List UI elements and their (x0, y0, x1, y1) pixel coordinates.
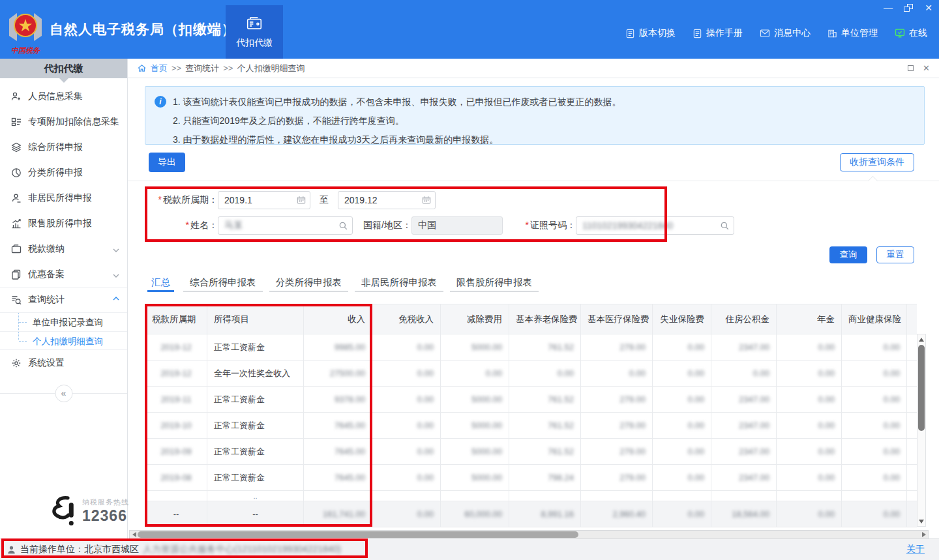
restore-button[interactable] (904, 4, 913, 12)
table-row[interactable]: 2019-12全年一次性奖金收入27500.000.000.000.000.00… (145, 361, 917, 387)
table-row-partial: .. (145, 491, 917, 501)
notice-box: i 1. 该查询统计表仅能查询已申报成功的数据，不包含未申报、申报失败，已申报但… (145, 86, 925, 145)
period-from-input[interactable]: 2019.1 (218, 191, 310, 209)
name-label: *姓名： (145, 220, 218, 231)
search-icon[interactable] (338, 221, 348, 231)
amount-value-redacted: 761.52 (548, 342, 574, 352)
about-link[interactable]: 关于 (906, 544, 925, 555)
cell-period: 2019-12 (145, 361, 207, 387)
cell-amount (907, 361, 917, 387)
cell-amount: 0.00 (372, 465, 441, 491)
minimize-button[interactable]: — (883, 3, 893, 13)
online-icon (895, 28, 905, 38)
breadcrumb-home[interactable]: 首页 (151, 63, 168, 74)
cell-amount: 0.00 (777, 361, 842, 387)
cell-amount: 0.00 (777, 465, 842, 491)
sidebar-item-tax-payment[interactable]: 税款缴纳 (0, 236, 127, 261)
amount-value-redacted: 0.00 (884, 342, 900, 352)
name-input[interactable]: 马某 (218, 216, 353, 235)
cell-amount: 0.00 (653, 413, 711, 439)
sidebar-item-classified-income[interactable]: 分类所得申报 (0, 160, 127, 185)
panel-close-button[interactable]: ✕ (923, 63, 930, 73)
cell-period: 2019-10 (145, 413, 207, 439)
total-amount: 18,564.00 (711, 501, 777, 527)
total-amount: 60,000.00 (441, 501, 509, 527)
svg-text:中国税务: 中国税务 (11, 46, 40, 54)
id-number-input[interactable]: 110102199304221840 (576, 216, 734, 235)
cell-amount: 2347.00 (711, 439, 777, 465)
table-row[interactable]: 2019-11正常工资薪金9378.000.005000.00761.52279… (145, 387, 917, 413)
cell-amount: 7645.00 (304, 439, 372, 465)
tab-label: 非居民所得申报表 (361, 277, 437, 287)
hotline-mark-icon (50, 494, 77, 528)
scroll-left-arrow-icon[interactable] (130, 531, 138, 538)
amount-value-redacted: 0.00 (884, 394, 900, 404)
home-icon (137, 63, 147, 73)
sidebar-item-preferential-filing[interactable]: 优惠备案 (0, 261, 127, 287)
table-row[interactable]: 2019-10正常工资薪金7645.000.005000.00761.52279… (145, 413, 917, 439)
period-to-input[interactable]: 2019.12 (338, 191, 436, 209)
close-button[interactable]: ✕ (923, 3, 934, 13)
column-header: 收入 (304, 304, 372, 334)
header-menu-item-org-management[interactable]: 单位管理 (827, 27, 878, 39)
cell-amount: 0.00 (777, 334, 842, 361)
table-row[interactable]: 2019-12正常工资薪金9985.000.005000.00761.52279… (145, 334, 917, 361)
scroll-down-arrow-icon[interactable] (917, 518, 925, 525)
amount-value-redacted: 9378.00 (335, 394, 365, 404)
header-menu-item-online[interactable]: 在线 (895, 27, 927, 39)
cell-amount: 7645.00 (304, 465, 372, 491)
sidebar-item-comprehensive-income[interactable]: 综合所得申报 (0, 134, 127, 160)
column-header: 住房公积金 (711, 304, 777, 334)
tab-classified-report[interactable]: 分类所得申报表 (269, 273, 349, 296)
header-tab-withholding[interactable]: 代扣代缴 (226, 5, 283, 59)
nationality-label: 国籍/地区： (353, 220, 411, 231)
tab-summary[interactable]: 汇总 (145, 273, 177, 296)
cell-amount: 5000.00 (441, 465, 509, 491)
tab-nonresident-report[interactable]: 非居民所得申报表 (355, 273, 443, 296)
horizontal-scrollbar[interactable] (129, 530, 929, 539)
collapse-query-button[interactable]: 收折查询条件 (840, 153, 914, 171)
org-management-label: 单位管理 (841, 27, 878, 39)
header-menu-item-message-center[interactable]: 消息中心 (760, 27, 811, 39)
hotline-label: 纳税服务热线 (82, 497, 129, 507)
header-menu-item-manual[interactable]: 操作手册 (693, 27, 743, 39)
period-from-value: 2019.1 (224, 195, 297, 205)
cell-amount: 279.00 (581, 439, 653, 465)
sidebar-item-nonresident-income[interactable]: 非居民所得申报 (0, 185, 127, 211)
copy-icon (10, 269, 22, 280)
table-row[interactable]: 2019-09正常工资薪金7645.000.005000.00761.52279… (145, 439, 917, 465)
sidebar-subitem-label: 单位申报记录查询 (33, 317, 103, 327)
cell-amount: 0.00 (653, 439, 711, 465)
amount-value-redacted: 0.00 (884, 420, 900, 430)
sidebar-subitem-unit-declare-query[interactable]: 单位申报记录查询 (0, 312, 127, 331)
cell-amount: 0.00 (372, 439, 441, 465)
vertical-scroll-thumb[interactable] (918, 345, 925, 431)
tab-comprehensive-report[interactable]: 综合所得申报表 (183, 273, 263, 296)
amount-value-redacted: 0.00 (417, 420, 434, 430)
amount-value-redacted: 0.00 (688, 342, 704, 352)
vertical-scrollbar[interactable] (917, 334, 926, 527)
panel-maximize-button[interactable] (908, 65, 914, 71)
sidebar-item-restricted-shares[interactable]: 限售股所得申报 (0, 211, 127, 236)
horizontal-scroll-thumb[interactable] (138, 531, 578, 538)
scroll-up-arrow-icon[interactable] (917, 335, 925, 343)
search-icon[interactable] (720, 221, 730, 231)
query-button[interactable]: 查询 (829, 246, 867, 263)
sidebar-collapse-button[interactable]: « (55, 385, 72, 402)
panel-divider (128, 181, 939, 181)
export-button[interactable]: 导出 (149, 153, 185, 172)
amount-value-redacted: 0.00 (818, 447, 835, 456)
sidebar-item-system-settings[interactable]: 系统设置 (0, 350, 127, 376)
cell-amount: 279.00 (581, 413, 653, 439)
tab-restricted-report[interactable]: 限售股所得申报表 (450, 273, 539, 296)
total-amount: 161,741.00 (304, 501, 372, 527)
scroll-right-arrow-icon[interactable] (920, 531, 928, 538)
sidebar: 代扣代缴 人员信息采集专项附加扣除信息采集综合所得申报分类所得申报非居民所得申报… (0, 59, 128, 538)
header-menu: 版本切换操作手册消息中心单位管理在线 (625, 27, 927, 39)
sidebar-item-query-statistics[interactable]: 查询统计 (0, 287, 127, 312)
sidebar-subitem-personal-withholding-query[interactable]: 个人扣缴明细查询 (0, 331, 127, 350)
table-row[interactable]: 2019-08正常工资薪金7645.000.005000.00798.24279… (145, 465, 917, 491)
reset-button[interactable]: 重置 (876, 246, 914, 263)
header-menu-item-version-switch[interactable]: 版本切换 (625, 27, 676, 39)
sidebar-item-special-deduction[interactable]: 专项附加扣除信息采集 (0, 109, 127, 134)
